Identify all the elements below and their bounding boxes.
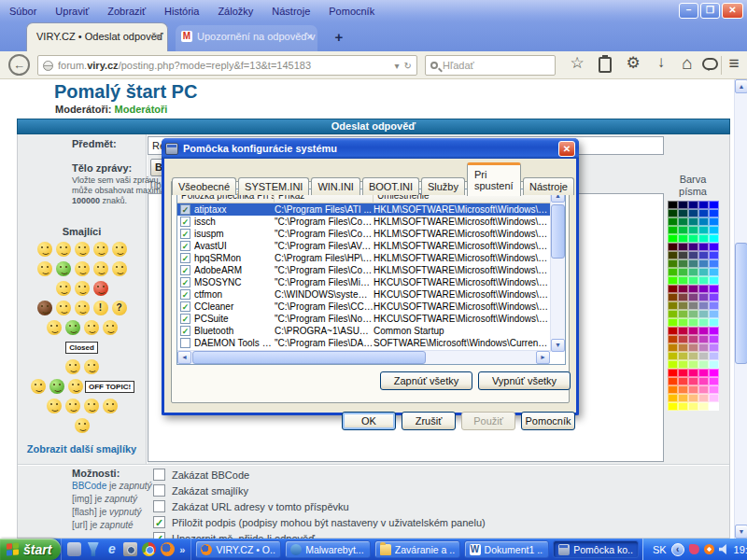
palette-color-swatch[interactable] <box>709 402 719 411</box>
palette-color-swatch[interactable] <box>698 335 709 343</box>
smiley[interactable] <box>37 301 52 315</box>
palette-color-swatch[interactable] <box>688 268 698 276</box>
dialog-tab-veobecn[interactable]: Všeobecné <box>172 177 236 195</box>
startup-item-row[interactable]: ✓hpqSRMonC:\Program Files\HP\D...HKLM\SO… <box>177 252 550 264</box>
enable-all-button[interactable]: Zapnúť všetky <box>380 371 472 390</box>
row-checkbox[interactable]: ✓ <box>180 253 190 263</box>
smiley-sign[interactable]: OFF TOPIC! <box>85 381 134 393</box>
tab-close-icon[interactable]: × <box>156 31 162 42</box>
tab-inactive[interactable]: M Upozornění na odpověď v té… × <box>176 25 317 51</box>
smiley-sign[interactable]: Closed <box>65 342 98 354</box>
palette-color-swatch[interactable] <box>688 209 698 217</box>
palette-color-swatch[interactable] <box>688 377 698 385</box>
startup-item-row[interactable]: ✓MSOSYNC"C:\Program Files\Micr...HKCU\SO… <box>177 276 550 288</box>
palette-color-swatch[interactable] <box>668 385 678 394</box>
dialog-close-button[interactable]: ✕ <box>558 141 575 157</box>
smiley[interactable] <box>75 301 90 315</box>
palette-color-swatch[interactable] <box>668 251 678 259</box>
startup-item-row[interactable]: ✓isuspm"C:\Program Files\Com...HKLM\SOFT… <box>177 228 550 240</box>
dialog-tab-prispusten[interactable]: Pri spustení <box>467 162 521 196</box>
menu-item-nstroje[interactable]: Nástroje <box>272 6 310 17</box>
startup-item-row[interactable]: ✓atiptaxxC:\Program Files\ATI ...HKLM\SO… <box>177 203 550 216</box>
palette-color-swatch[interactable] <box>678 209 688 217</box>
smiley[interactable] <box>56 242 71 257</box>
palette-color-swatch[interactable] <box>668 318 678 327</box>
startup-item-row[interactable]: ✓AvastUI"C:\Program Files\AVA...HKLM\SOF… <box>177 240 550 252</box>
menu-item-pomocnk[interactable]: Pomocník <box>329 6 374 17</box>
scroll-down-icon[interactable]: ▼ <box>551 339 565 352</box>
pocket-icon[interactable] <box>599 57 612 73</box>
tab-close-icon[interactable]: × <box>307 31 313 42</box>
palette-color-swatch[interactable] <box>688 201 698 209</box>
smiley[interactable] <box>84 320 99 335</box>
palette-color-swatch[interactable] <box>698 217 709 226</box>
palette-color-swatch[interactable] <box>688 217 698 226</box>
taskbar-button[interactable]: Zaváranie a ... <box>374 540 460 558</box>
palette-color-swatch[interactable] <box>709 360 719 369</box>
palette-color-swatch[interactable] <box>668 335 678 343</box>
row-checkbox[interactable]: ✓ <box>180 277 190 287</box>
smiley[interactable] <box>93 242 108 257</box>
startup-item-row[interactable]: ✓PCSuite"C:\Program Files\Noki...HKCU\SO… <box>177 313 550 325</box>
hide-icons-button[interactable]: ‹ <box>671 543 684 556</box>
gear-icon[interactable]: ⚙ <box>622 53 644 73</box>
palette-color-swatch[interactable] <box>709 377 719 385</box>
palette-color-swatch[interactable] <box>709 276 719 285</box>
palette-color-swatch[interactable] <box>668 243 678 251</box>
palette-color-swatch[interactable] <box>698 226 709 234</box>
smiley[interactable] <box>56 301 71 315</box>
smiley[interactable]: ? <box>112 301 127 315</box>
palette-color-swatch[interactable] <box>709 259 719 268</box>
startup-item-row[interactable]: ✓issch"C:\Program Files\Com...HKLM\SOFTW… <box>177 216 550 228</box>
palette-color-swatch[interactable] <box>709 201 719 209</box>
palette-color-swatch[interactable] <box>709 394 719 402</box>
palette-color-swatch[interactable] <box>668 276 678 285</box>
palette-color-swatch[interactable] <box>678 293 688 301</box>
palette-color-swatch[interactable] <box>698 369 709 377</box>
palette-color-swatch[interactable] <box>678 217 688 226</box>
taskbar-button[interactable]: Pomôcka ko... <box>553 540 639 558</box>
palette-color-swatch[interactable] <box>668 327 678 335</box>
cancel-button[interactable]: Zrušiť <box>402 412 456 430</box>
scrollbar-thumb[interactable] <box>192 351 426 364</box>
palette-color-swatch[interactable] <box>668 293 678 301</box>
smiley[interactable] <box>84 359 99 374</box>
palette-color-swatch[interactable] <box>678 343 688 352</box>
palette-color-swatch[interactable] <box>688 226 698 234</box>
camera-quicklaunch-icon[interactable] <box>123 542 137 556</box>
palette-color-swatch[interactable] <box>678 201 688 209</box>
palette-color-swatch[interactable] <box>678 243 688 251</box>
row-checkbox[interactable]: ✓ <box>180 204 190 215</box>
tab-active[interactable]: VIRY.CZ • Odeslat odpověď × <box>26 22 168 51</box>
palette-color-swatch[interactable] <box>698 327 709 335</box>
smiley[interactable] <box>75 242 90 257</box>
palette-color-swatch[interactable] <box>678 251 688 259</box>
chat-icon[interactable] <box>702 58 718 70</box>
option-checkbox[interactable] <box>153 500 165 512</box>
scroll-right-icon[interactable]: ► <box>536 351 550 364</box>
palette-color-swatch[interactable] <box>668 377 678 385</box>
back-button[interactable]: ← <box>8 54 30 76</box>
bookmark-star-icon[interactable]: ☆ <box>566 53 588 73</box>
palette-color-swatch[interactable] <box>668 285 678 293</box>
smiley[interactable] <box>47 399 62 413</box>
smiley[interactable] <box>84 399 99 413</box>
more-smilies-link[interactable]: Zobrazit další smajlíky <box>18 443 146 455</box>
scroll-down-icon[interactable]: ▼ <box>735 525 747 539</box>
url-dropdown-icon[interactable]: ▾ <box>395 61 400 71</box>
quicklaunch-overflow-chevron[interactable]: » <box>179 544 185 555</box>
smiley[interactable]: ! <box>93 301 108 315</box>
palette-color-swatch[interactable] <box>709 243 719 251</box>
palette-color-swatch[interactable] <box>688 402 698 411</box>
palette-color-swatch[interactable] <box>678 226 688 234</box>
scrollbar-thumb[interactable] <box>735 243 747 364</box>
menu-item-upravi[interactable]: Upraviť <box>55 6 89 17</box>
palette-color-swatch[interactable] <box>698 385 709 394</box>
option-checkbox[interactable]: ✓ <box>153 516 165 528</box>
palette-color-swatch[interactable] <box>688 251 698 259</box>
scroll-up-icon[interactable]: ▲ <box>735 79 747 93</box>
palette-color-swatch[interactable] <box>709 251 719 259</box>
palette-color-swatch[interactable] <box>668 268 678 276</box>
menu-item-zloky[interactable]: Záložky <box>218 6 253 17</box>
palette-color-swatch[interactable] <box>688 234 698 243</box>
